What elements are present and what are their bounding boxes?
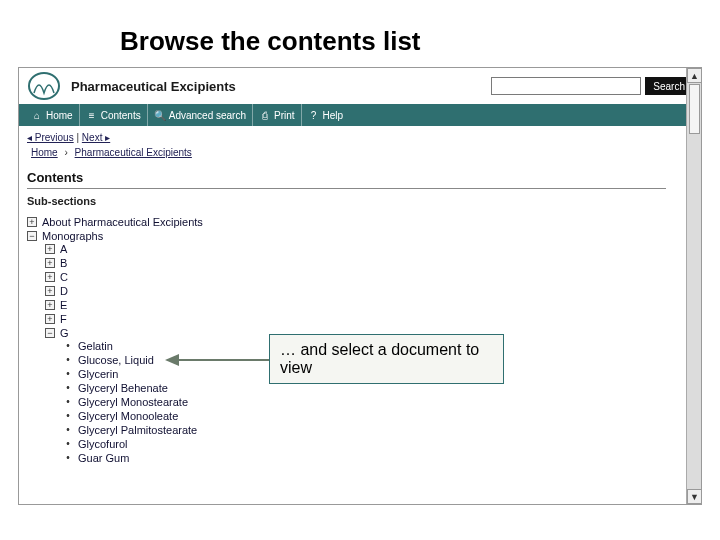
tree-label[interactable]: G bbox=[60, 327, 69, 339]
breadcrumb: Home › Pharmaceutical Excipients bbox=[27, 145, 666, 160]
app-logo bbox=[27, 71, 61, 101]
prev-link[interactable]: ◂ Previous bbox=[27, 132, 74, 143]
expand-icon[interactable]: + bbox=[45, 272, 55, 282]
tree-leaf[interactable]: •Glycofurol bbox=[63, 438, 666, 450]
next-link[interactable]: Next ▸ bbox=[82, 132, 110, 143]
tree-label[interactable]: F bbox=[60, 313, 67, 325]
toolbar-label: Print bbox=[274, 110, 295, 121]
list-icon: ≡ bbox=[86, 110, 98, 121]
scroll-up-arrow[interactable]: ▲ bbox=[687, 68, 702, 83]
expand-icon[interactable]: + bbox=[45, 258, 55, 268]
collapse-icon[interactable]: − bbox=[45, 328, 55, 338]
bullet-icon: • bbox=[63, 439, 73, 449]
toolbar-contents[interactable]: ≡ Contents bbox=[80, 104, 148, 126]
toolbar-home[interactable]: ⌂ Home bbox=[25, 104, 80, 126]
tree-label[interactable]: B bbox=[60, 257, 67, 269]
tree-label[interactable]: About Pharmaceutical Excipients bbox=[42, 216, 203, 228]
tree-label[interactable]: E bbox=[60, 299, 67, 311]
tree-label[interactable]: Glyceryl Behenate bbox=[78, 382, 168, 394]
tree-label[interactable]: Glyceryl Monooleate bbox=[78, 410, 178, 422]
tree-label[interactable]: Guar Gum bbox=[78, 452, 129, 464]
app-title: Pharmaceutical Excipients bbox=[71, 79, 491, 94]
bullet-icon: • bbox=[63, 411, 73, 421]
tree-label[interactable]: Gelatin bbox=[78, 340, 113, 352]
bullet-icon: • bbox=[63, 369, 73, 379]
toolbar-label: Home bbox=[46, 110, 73, 121]
search-input[interactable] bbox=[491, 77, 641, 95]
toolbar-label: Contents bbox=[101, 110, 141, 121]
collapse-icon[interactable]: − bbox=[27, 231, 37, 241]
toolbar-help[interactable]: ? Help bbox=[302, 104, 350, 126]
tree-label[interactable]: Glyceryl Palmitostearate bbox=[78, 424, 197, 436]
tree-leaf[interactable]: •Glyceryl Monooleate bbox=[63, 410, 666, 422]
scroll-thumb[interactable] bbox=[689, 84, 700, 134]
tree-node-letter-f[interactable]: +F bbox=[45, 313, 666, 325]
expand-icon[interactable]: + bbox=[45, 300, 55, 310]
toolbar: ⌂ Home ≡ Contents 🔍 Advanced search ⎙ Pr… bbox=[19, 104, 701, 126]
tree-leaf[interactable]: •Glyceryl Monostearate bbox=[63, 396, 666, 408]
toolbar-advanced-search[interactable]: 🔍 Advanced search bbox=[148, 104, 253, 126]
bullet-icon: • bbox=[63, 341, 73, 351]
help-icon: ? bbox=[308, 110, 320, 121]
instruction-callout: … and select a document to view bbox=[269, 334, 504, 384]
tree-leaf[interactable]: •Guar Gum bbox=[63, 452, 666, 464]
tree-leaf[interactable]: •Glyceryl Palmitostearate bbox=[63, 424, 666, 436]
chevron-right-icon: › bbox=[64, 147, 67, 158]
tree-label[interactable]: Monographs bbox=[42, 230, 103, 242]
tree-node-monographs[interactable]: − Monographs bbox=[27, 230, 666, 242]
breadcrumb-section[interactable]: Pharmaceutical Excipients bbox=[71, 147, 196, 158]
tree-label[interactable]: D bbox=[60, 285, 68, 297]
expand-icon[interactable]: + bbox=[45, 314, 55, 324]
slide-title: Browse the contents list bbox=[0, 0, 720, 67]
bullet-icon: • bbox=[63, 397, 73, 407]
expand-icon[interactable]: + bbox=[45, 244, 55, 254]
tree-node-letter-a[interactable]: +A bbox=[45, 243, 666, 255]
bullet-icon: • bbox=[63, 383, 73, 393]
tree-node-letter-c[interactable]: +C bbox=[45, 271, 666, 283]
divider bbox=[27, 188, 666, 189]
tree-node-about[interactable]: + About Pharmaceutical Excipients bbox=[27, 216, 666, 228]
vertical-scrollbar[interactable]: ▲ ▼ bbox=[686, 68, 701, 504]
expand-icon[interactable]: + bbox=[45, 286, 55, 296]
tree-node-letter-e[interactable]: +E bbox=[45, 299, 666, 311]
subsections-heading: Sub-sections bbox=[27, 195, 666, 207]
tree-label[interactable]: C bbox=[60, 271, 68, 283]
print-icon: ⎙ bbox=[259, 110, 271, 121]
tree-label[interactable]: Glycerin bbox=[78, 368, 118, 380]
bullet-icon: • bbox=[63, 355, 73, 365]
bullet-icon: • bbox=[63, 425, 73, 435]
tree-label[interactable]: Glycofurol bbox=[78, 438, 128, 450]
tree-node-letter-d[interactable]: +D bbox=[45, 285, 666, 297]
app-header: Pharmaceutical Excipients Search bbox=[19, 68, 701, 104]
tree-label[interactable]: A bbox=[60, 243, 67, 255]
toolbar-print[interactable]: ⎙ Print bbox=[253, 104, 302, 126]
tree-node-letter-b[interactable]: +B bbox=[45, 257, 666, 269]
home-icon: ⌂ bbox=[31, 110, 43, 121]
expand-icon[interactable]: + bbox=[27, 217, 37, 227]
content-area: ◂ Previous | Next ▸ Home › Pharmaceutica… bbox=[19, 126, 686, 473]
prev-next-nav: ◂ Previous | Next ▸ bbox=[27, 130, 666, 145]
bullet-icon: • bbox=[63, 453, 73, 463]
scroll-down-arrow[interactable]: ▼ bbox=[687, 489, 702, 504]
contents-heading: Contents bbox=[27, 170, 666, 185]
tree-label[interactable]: Glyceryl Monostearate bbox=[78, 396, 188, 408]
toolbar-label: Advanced search bbox=[169, 110, 246, 121]
tree-label[interactable]: Glucose, Liquid bbox=[78, 354, 154, 366]
app-window: Pharmaceutical Excipients Search ⌂ Home … bbox=[18, 67, 702, 505]
toolbar-label: Help bbox=[323, 110, 344, 121]
search-icon: 🔍 bbox=[154, 110, 166, 121]
breadcrumb-home[interactable]: Home bbox=[27, 147, 62, 158]
